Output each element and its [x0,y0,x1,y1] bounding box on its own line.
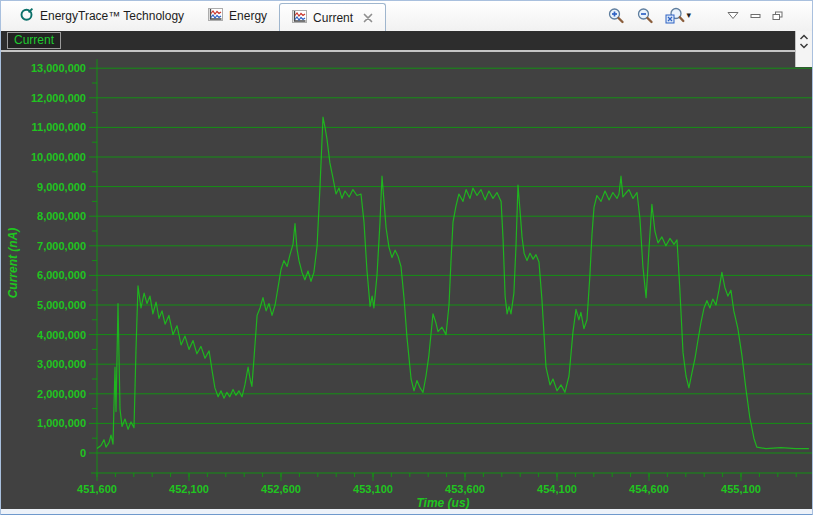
tabs: EnergyTrace™ Technology Energy [7,1,386,31]
dropdown-caret-icon: ▾ [686,11,691,20]
y-tick-label: 6,000,000 [37,269,86,281]
y-tick-label: 4,000,000 [37,329,86,341]
chart-icon [208,8,223,24]
x-tick-label: 454,600 [629,483,669,495]
y-tick-label: 0 [80,447,86,459]
y-tick-label: 2,000,000 [37,388,86,400]
y-tick-label: 3,000,000 [37,358,86,370]
tab-current[interactable]: Current [279,3,386,31]
minimize-button[interactable] [749,10,762,22]
chart-icon [292,10,307,26]
x-tick-label: 453,600 [445,483,485,495]
x-tick-label: 452,100 [169,483,209,495]
y-tick-label: 9,000,000 [37,181,86,193]
y-tick-label: 5,000,000 [37,299,86,311]
y-tick-label: 7,000,000 [37,240,86,252]
view-menu-button[interactable] [726,10,740,21]
x-tick-label: 453,100 [353,483,393,495]
x-tick-label: 455,100 [721,483,761,495]
x-tick-label: 452,600 [261,483,301,495]
tab-energytrace-technology[interactable]: EnergyTrace™ Technology [7,1,196,31]
y-tick-label: 1,000,000 [37,417,86,429]
current-trace-chip[interactable]: Current [7,32,61,49]
bottom-strip [1,509,812,515]
y-tick-label: 10,000,000 [31,151,86,163]
energytrace-window: EnergyTrace™ Technology Energy [0,0,813,515]
close-tab-icon[interactable] [363,13,373,23]
current-chart-svg[interactable]: 01,000,0002,000,0003,000,0004,000,0005,0… [1,52,812,509]
trace-header-bar: Current [1,31,812,50]
chevron-down-icon[interactable] [799,43,809,49]
x-tick-label: 454,100 [537,483,577,495]
zoom-out-button[interactable] [635,6,655,25]
zoom-region-button[interactable]: ▾ [664,6,692,25]
y-tick-label: 12,000,000 [31,92,86,104]
tab-label: Energy [229,9,267,23]
current-chart-plot[interactable]: 01,000,0002,000,0003,000,0004,000,0005,0… [1,52,812,509]
energytrace-icon [19,7,34,25]
chevron-up-icon[interactable] [799,34,809,40]
zoom-in-button[interactable] [606,6,626,25]
current-trace [97,117,809,449]
tab-label: Current [313,11,353,25]
tab-label: EnergyTrace™ Technology [40,9,184,23]
tab-bar: EnergyTrace™ Technology Energy [1,1,812,32]
y-tick-label: 13,000,000 [31,62,86,74]
y-tick-label: 11,000,000 [32,121,86,133]
tab-energy[interactable]: Energy [196,1,279,31]
y-tick-label: 8,000,000 [37,210,86,222]
y-axis-title: Current (nA) [6,228,20,299]
restore-button[interactable] [771,10,784,22]
x-axis-title: Time (us) [416,496,469,509]
view-toolbar: ▾ [606,1,784,30]
vertical-scrollbar[interactable] [795,31,812,67]
x-tick-label: 451,600 [77,483,117,495]
